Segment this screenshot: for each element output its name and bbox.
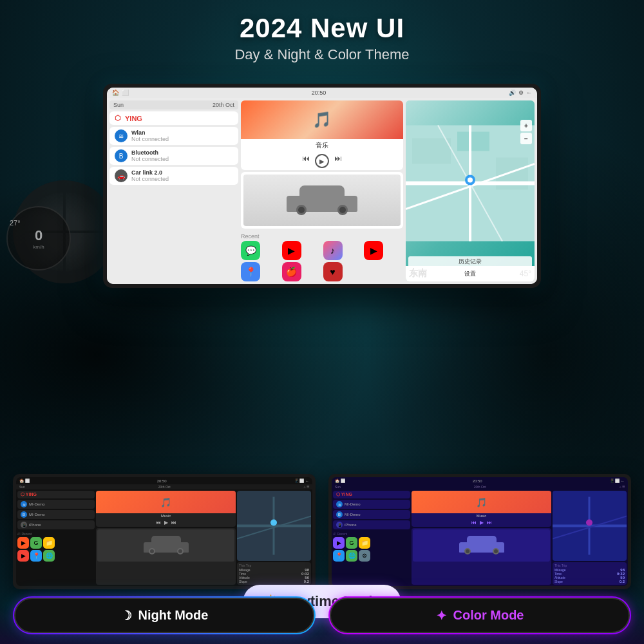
settings-icon[interactable]: ⚙ — [518, 90, 524, 96]
night-car-widget — [96, 528, 236, 585]
night-middle-panel: 🎵 Music ⏮ ▶ ⏭ — [96, 491, 236, 585]
color-phone-dot: 📱 — [336, 522, 343, 528]
color-app-4[interactable]: 📍 — [333, 550, 345, 562]
car-roof — [299, 185, 345, 197]
youtube-icon[interactable]: ▶ — [282, 241, 301, 260]
wifi-item: ≋ Wlan Not connected — [109, 127, 238, 145]
whatsapp-icon[interactable]: 💬 — [241, 241, 260, 260]
color-app-6[interactable]: ⚙ — [359, 550, 370, 562]
color-music-label: Music — [412, 513, 551, 518]
color-wifi-dot: ≋ — [336, 501, 343, 507]
night-slope-val: 0.2 — [304, 580, 309, 583]
music-label: 音乐 — [241, 139, 403, 152]
color-music-controls: ⏮ ▶ ⏭ — [412, 518, 551, 527]
svg-point-19 — [586, 520, 592, 526]
night-play[interactable]: ▶ — [164, 520, 168, 526]
night-prev[interactable]: ⏮ — [156, 520, 161, 526]
middle-panel: 🎵 音乐 ⏮ ▶ ⏭ — [241, 100, 403, 281]
bottom-mode-buttons: ☽ Night Mode ✦ Color Mode — [13, 596, 631, 634]
svg-rect-1 — [412, 138, 451, 164]
logo-bar: ⬡ YING — [109, 111, 238, 125]
maps-icon[interactable]: 📍 — [241, 262, 260, 281]
night-logo: ⬡ YING — [17, 491, 95, 498]
night-wifi-dot: ≋ — [21, 501, 27, 507]
night-app-2[interactable]: G — [30, 537, 42, 549]
youtube-music-icon[interactable]: ▶ — [364, 241, 383, 260]
night-screen-body: ⬡ YING ≋ MI-Demo B MI-Demo 📱 iPhone ⏱ Re — [16, 489, 312, 586]
night-conn-3: 📱 iPhone — [17, 520, 95, 529]
next-button[interactable]: ⏭ — [334, 154, 342, 168]
night-music-cover: 🎵 — [96, 491, 236, 513]
car-link-name: Car link 2.0 — [131, 169, 169, 176]
color-app-3[interactable]: 📁 — [359, 537, 370, 549]
apple-icon[interactable]: 🍎 — [282, 262, 301, 281]
volume-icon[interactable]: 🔊 — [509, 90, 516, 96]
color-prev[interactable]: ⏮ — [471, 520, 477, 526]
color-screen-body: ⬡ YING ≋ MI-Demo B MI-Demo 📱 iPhone ⏱ Re — [332, 489, 628, 586]
zoom-out-button[interactable]: − — [520, 133, 532, 144]
map-panel: + − 东南 45° 历史记录 设置 — [406, 100, 535, 281]
night-time: 20:50 — [157, 479, 167, 483]
bt-status: Not connected — [131, 156, 169, 162]
speedometer-cluster: 0 km/h — [6, 206, 77, 277]
night-app-6[interactable]: 🌐 — [43, 550, 55, 562]
back-icon[interactable]: ← — [526, 90, 532, 96]
temperature: 27° — [10, 219, 21, 227]
bottom-screens-row: 🏠 ⬜ 20:50 📱 ⬜ ← Sun 20th Oct ⌂ ☰ ⬡ YING … — [13, 474, 631, 589]
night-phone-dot: 📱 — [21, 522, 27, 528]
night-app-3[interactable]: 📁 — [43, 537, 55, 549]
night-slope-label: Slope — [239, 580, 247, 583]
map-history-section: 历史记录 设置 — [406, 254, 535, 281]
car-wheel-right — [337, 205, 348, 215]
night-next[interactable]: ⏭ — [171, 520, 176, 526]
car-link-item: 🚗 Car link 2.0 Not connected — [109, 167, 238, 185]
night-app-5[interactable]: 📍 — [30, 550, 42, 562]
brand-name: YING — [125, 115, 142, 122]
iheart-icon[interactable]: ♥ — [323, 262, 343, 281]
app-grid: 💬 ▶ ♪ ▶ 📍 🍎 ♥ — [241, 241, 403, 281]
history-button[interactable]: 历史记录 — [408, 256, 532, 267]
night-mode-button[interactable]: ☽ Night Mode — [14, 598, 314, 633]
title-section: 2024 New UI Day & Night & Color Theme — [0, 13, 644, 63]
night-map-svg — [237, 491, 311, 561]
status-icons-left: 🏠 ⬜ — [112, 90, 129, 96]
svg-rect-2 — [457, 132, 489, 151]
recent-label: Recent — [241, 232, 403, 241]
night-app-1[interactable]: ▶ — [17, 537, 29, 549]
color-app-2[interactable]: G — [346, 537, 357, 549]
settings-button[interactable]: 设置 — [408, 269, 532, 279]
color-status-bar: 🏠 ⬜ 20:50 📱 ⬜ ← — [332, 477, 628, 484]
prev-button[interactable]: ⏮ — [302, 154, 310, 168]
color-nav-icons: 🏠 ⬜ — [335, 478, 345, 483]
music-app-icon[interactable]: ♪ — [323, 241, 343, 260]
screen-inner: 🏠 ⬜ 20:50 🔊 ⚙ ← Sun 20th Oct — [107, 88, 537, 284]
color-day-label: Sun — [335, 485, 341, 489]
moon-icon: ☽ — [120, 608, 132, 623]
color-car-image — [413, 529, 550, 562]
zoom-in-button[interactable]: + — [520, 120, 532, 131]
night-btn-gradient-wrapper: ☽ Night Mode — [13, 596, 316, 634]
night-app-4[interactable]: ▶ — [17, 550, 29, 562]
color-map — [553, 491, 627, 561]
map-area[interactable]: + − — [406, 100, 535, 266]
play-button[interactable]: ▶ — [315, 154, 329, 168]
night-car-silhouette — [144, 536, 189, 554]
color-play[interactable]: ▶ — [480, 520, 484, 526]
screen-body: Sun 20th Oct ⬡ YING ≋ Wlan Not connected — [107, 98, 537, 284]
color-mode-button[interactable]: ✦ Color Mode — [330, 598, 630, 633]
color-car-silhouette — [459, 536, 504, 554]
color-screen-wrapper: 🏠 ⬜ 20:50 📱 ⬜ ← Sun 20th Oct ⌂ ☰ ⬡ YING … — [328, 474, 631, 589]
night-nav-icons: 🏠 ⬜ — [19, 478, 30, 483]
color-next[interactable]: ⏭ — [487, 520, 492, 526]
color-app-5[interactable]: 🌐 — [346, 550, 357, 562]
color-apps: ▶ G 📁 — [333, 537, 410, 549]
night-mode-label: Night Mode — [138, 608, 209, 623]
music-controls: ⏮ ▶ ⏭ — [241, 152, 403, 170]
night-conn-2: B MI-Demo — [17, 510, 95, 519]
color-map-svg — [553, 491, 627, 561]
color-app-1[interactable]: ▶ — [333, 537, 345, 549]
home-icon[interactable]: 🏠 — [112, 90, 119, 96]
window-icon[interactable]: ⬜ — [122, 90, 129, 96]
night-bt-dot: B — [21, 511, 27, 518]
night-apps-2: ▶ 📍 🌐 — [17, 550, 95, 562]
